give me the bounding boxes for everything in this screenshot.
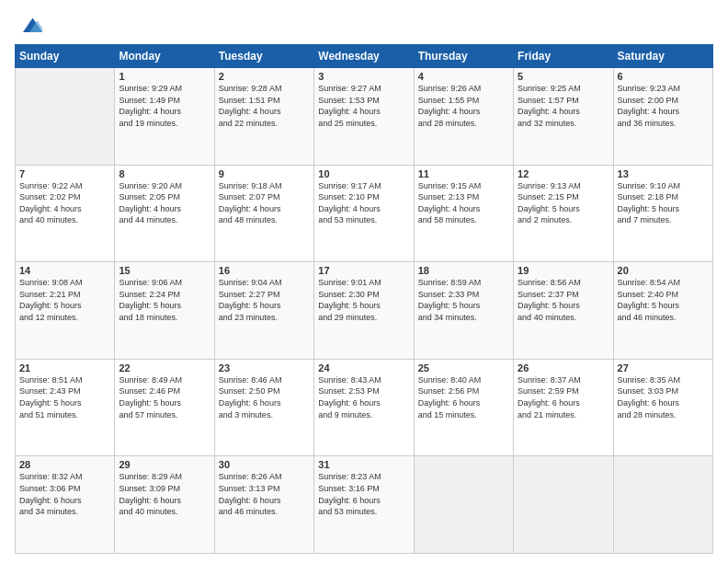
cell-info: Sunrise: 9:06 AM Sunset: 2:24 PM Dayligh…	[119, 277, 210, 323]
calendar-cell: 16Sunrise: 9:04 AM Sunset: 2:27 PM Dayli…	[214, 262, 313, 360]
calendar-cell: 12Sunrise: 9:13 AM Sunset: 2:15 PM Dayli…	[514, 165, 613, 262]
day-number: 4	[418, 71, 509, 82]
calendar-cell: 31Sunrise: 8:23 AM Sunset: 3:16 PM Dayli…	[314, 456, 414, 554]
day-number: 12	[518, 168, 609, 179]
day-number: 8	[119, 168, 210, 179]
cell-info: Sunrise: 8:35 AM Sunset: 3:03 PM Dayligh…	[618, 374, 709, 420]
day-header-wednesday: Wednesday	[314, 45, 414, 68]
cell-info: Sunrise: 9:25 AM Sunset: 1:57 PM Dayligh…	[518, 83, 609, 129]
calendar-cell	[16, 68, 115, 166]
cell-info: Sunrise: 8:49 AM Sunset: 2:46 PM Dayligh…	[119, 374, 210, 420]
logo	[15, 13, 42, 39]
day-number: 18	[418, 265, 509, 276]
calendar-cell	[613, 456, 712, 554]
day-number: 9	[219, 168, 310, 179]
cell-info: Sunrise: 9:26 AM Sunset: 1:55 PM Dayligh…	[418, 83, 509, 129]
calendar-cell: 6Sunrise: 9:23 AM Sunset: 2:00 PM Daylig…	[613, 68, 712, 166]
day-header-tuesday: Tuesday	[214, 45, 313, 68]
cell-info: Sunrise: 9:28 AM Sunset: 1:51 PM Dayligh…	[219, 83, 310, 129]
cell-info: Sunrise: 9:01 AM Sunset: 2:30 PM Dayligh…	[318, 277, 409, 323]
calendar-cell: 27Sunrise: 8:35 AM Sunset: 3:03 PM Dayli…	[613, 359, 712, 456]
calendar-cell: 21Sunrise: 8:51 AM Sunset: 2:43 PM Dayli…	[16, 359, 115, 456]
calendar-cell: 9Sunrise: 9:18 AM Sunset: 2:07 PM Daylig…	[214, 165, 313, 262]
calendar-cell: 29Sunrise: 8:29 AM Sunset: 3:09 PM Dayli…	[115, 456, 214, 554]
week-row-3: 21Sunrise: 8:51 AM Sunset: 2:43 PM Dayli…	[16, 359, 713, 456]
week-row-2: 14Sunrise: 9:08 AM Sunset: 2:21 PM Dayli…	[16, 262, 713, 360]
calendar-cell: 3Sunrise: 9:27 AM Sunset: 1:53 PM Daylig…	[314, 68, 414, 166]
cell-info: Sunrise: 8:54 AM Sunset: 2:40 PM Dayligh…	[618, 277, 709, 323]
day-number: 14	[19, 265, 110, 276]
day-header-thursday: Thursday	[414, 45, 513, 68]
day-number: 20	[618, 265, 709, 276]
cell-info: Sunrise: 9:23 AM Sunset: 2:00 PM Dayligh…	[618, 83, 709, 129]
day-number: 21	[19, 362, 110, 373]
cell-info: Sunrise: 8:43 AM Sunset: 2:53 PM Dayligh…	[318, 374, 409, 420]
day-number: 25	[418, 362, 509, 373]
day-number: 22	[119, 362, 210, 373]
day-number: 19	[518, 265, 609, 276]
calendar-cell: 11Sunrise: 9:15 AM Sunset: 2:13 PM Dayli…	[414, 165, 513, 262]
cell-info: Sunrise: 9:22 AM Sunset: 2:02 PM Dayligh…	[19, 180, 110, 226]
week-row-0: 1Sunrise: 9:29 AM Sunset: 1:49 PM Daylig…	[16, 68, 713, 166]
calendar-cell: 25Sunrise: 8:40 AM Sunset: 2:56 PM Dayli…	[414, 359, 513, 456]
cell-info: Sunrise: 8:51 AM Sunset: 2:43 PM Dayligh…	[19, 374, 110, 420]
calendar-cell: 28Sunrise: 8:32 AM Sunset: 3:06 PM Dayli…	[16, 456, 115, 554]
day-number: 1	[119, 71, 210, 82]
cell-info: Sunrise: 9:04 AM Sunset: 2:27 PM Dayligh…	[219, 277, 310, 323]
cell-info: Sunrise: 9:18 AM Sunset: 2:07 PM Dayligh…	[219, 180, 310, 226]
week-row-4: 28Sunrise: 8:32 AM Sunset: 3:06 PM Dayli…	[16, 456, 713, 554]
cell-info: Sunrise: 9:27 AM Sunset: 1:53 PM Dayligh…	[318, 83, 409, 129]
calendar-cell: 19Sunrise: 8:56 AM Sunset: 2:37 PM Dayli…	[514, 262, 613, 360]
day-number: 30	[219, 459, 310, 470]
calendar-cell	[514, 456, 613, 554]
cell-info: Sunrise: 8:40 AM Sunset: 2:56 PM Dayligh…	[418, 374, 509, 420]
day-number: 31	[318, 459, 409, 470]
calendar-header-row: SundayMondayTuesdayWednesdayThursdayFrid…	[16, 45, 713, 68]
cell-info: Sunrise: 8:37 AM Sunset: 2:59 PM Dayligh…	[518, 374, 609, 420]
day-number: 27	[618, 362, 709, 373]
cell-info: Sunrise: 9:08 AM Sunset: 2:21 PM Dayligh…	[19, 277, 110, 323]
calendar-cell: 17Sunrise: 9:01 AM Sunset: 2:30 PM Dayli…	[314, 262, 414, 360]
day-number: 29	[119, 459, 210, 470]
week-row-1: 7Sunrise: 9:22 AM Sunset: 2:02 PM Daylig…	[16, 165, 713, 262]
calendar-cell: 7Sunrise: 9:22 AM Sunset: 2:02 PM Daylig…	[16, 165, 115, 262]
calendar-cell: 10Sunrise: 9:17 AM Sunset: 2:10 PM Dayli…	[314, 165, 414, 262]
cell-info: Sunrise: 8:59 AM Sunset: 2:33 PM Dayligh…	[418, 277, 509, 323]
calendar-cell: 18Sunrise: 8:59 AM Sunset: 2:33 PM Dayli…	[414, 262, 513, 360]
day-header-sunday: Sunday	[16, 45, 115, 68]
header	[15, 9, 713, 39]
calendar-cell: 30Sunrise: 8:26 AM Sunset: 3:13 PM Dayli…	[214, 456, 313, 554]
calendar-cell: 2Sunrise: 9:28 AM Sunset: 1:51 PM Daylig…	[214, 68, 313, 166]
calendar-cell: 13Sunrise: 9:10 AM Sunset: 2:18 PM Dayli…	[613, 165, 712, 262]
day-number: 26	[518, 362, 609, 373]
calendar-cell	[414, 456, 513, 554]
calendar-cell: 1Sunrise: 9:29 AM Sunset: 1:49 PM Daylig…	[115, 68, 214, 166]
calendar-cell: 4Sunrise: 9:26 AM Sunset: 1:55 PM Daylig…	[414, 68, 513, 166]
day-header-friday: Friday	[514, 45, 613, 68]
day-number: 10	[318, 168, 409, 179]
cell-info: Sunrise: 9:17 AM Sunset: 2:10 PM Dayligh…	[318, 180, 409, 226]
cell-info: Sunrise: 9:15 AM Sunset: 2:13 PM Dayligh…	[418, 180, 509, 226]
cell-info: Sunrise: 8:29 AM Sunset: 3:09 PM Dayligh…	[119, 471, 210, 517]
cell-info: Sunrise: 8:23 AM Sunset: 3:16 PM Dayligh…	[318, 471, 409, 517]
cell-info: Sunrise: 9:10 AM Sunset: 2:18 PM Dayligh…	[618, 180, 709, 226]
day-number: 3	[318, 71, 409, 82]
day-number: 11	[418, 168, 509, 179]
calendar-cell: 8Sunrise: 9:20 AM Sunset: 2:05 PM Daylig…	[115, 165, 214, 262]
calendar-cell: 20Sunrise: 8:54 AM Sunset: 2:40 PM Dayli…	[613, 262, 712, 360]
day-number: 2	[219, 71, 310, 82]
cell-info: Sunrise: 8:26 AM Sunset: 3:13 PM Dayligh…	[219, 471, 310, 517]
page: SundayMondayTuesdayWednesdayThursdayFrid…	[0, 0, 728, 563]
calendar-table: SundayMondayTuesdayWednesdayThursdayFrid…	[15, 44, 713, 554]
calendar-cell: 23Sunrise: 8:46 AM Sunset: 2:50 PM Dayli…	[214, 359, 313, 456]
calendar-cell: 22Sunrise: 8:49 AM Sunset: 2:46 PM Dayli…	[115, 359, 214, 456]
day-header-saturday: Saturday	[613, 45, 712, 68]
day-number: 13	[618, 168, 709, 179]
calendar-cell: 26Sunrise: 8:37 AM Sunset: 2:59 PM Dayli…	[514, 359, 613, 456]
calendar-cell: 15Sunrise: 9:06 AM Sunset: 2:24 PM Dayli…	[115, 262, 214, 360]
day-number: 17	[318, 265, 409, 276]
day-number: 6	[618, 71, 709, 82]
cell-info: Sunrise: 9:29 AM Sunset: 1:49 PM Dayligh…	[119, 83, 210, 129]
day-number: 28	[19, 459, 110, 470]
cell-info: Sunrise: 9:20 AM Sunset: 2:05 PM Dayligh…	[119, 180, 210, 226]
